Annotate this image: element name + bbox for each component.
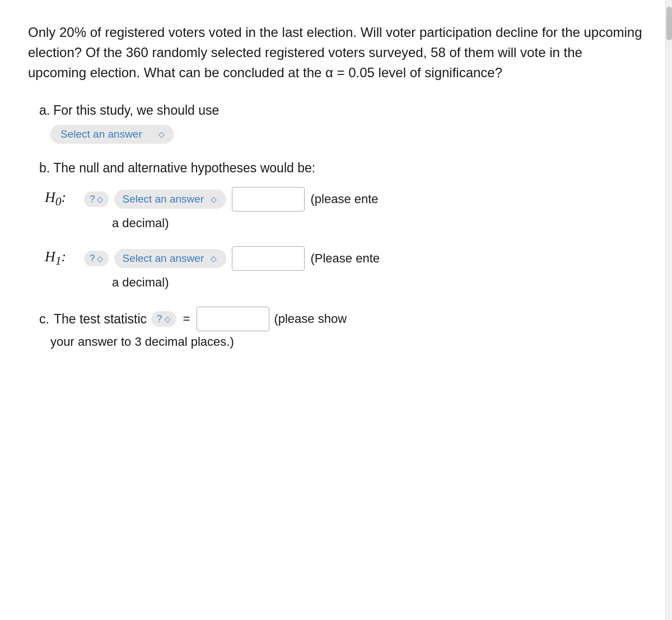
part-c-question-chevron-icon: ◇ — [165, 314, 171, 323]
h0-answer-label: Select an answer — [122, 193, 204, 205]
h0-decimal-note: a decimal) — [45, 216, 644, 231]
part-c-question-label: ? — [157, 313, 162, 325]
h1-decimal-note: a decimal) — [45, 275, 644, 290]
part-a-text: For this study, we should use — [53, 103, 219, 118]
h1-row: H1: ? ◇ Select an answer ◇ (Please ente — [45, 246, 644, 271]
part-c-row: c. The test statistic ? ◇ = (please show — [39, 307, 644, 331]
part-a-label: a. For this study, we should use — [39, 103, 644, 118]
h1-answer-select[interactable]: Select an answer ◇ — [114, 249, 226, 268]
part-b: b. The null and alternative hypotheses w… — [39, 161, 644, 290]
part-a-chevron-icon: ◇ — [158, 130, 165, 139]
h0-parenthetical: (please ente — [310, 192, 378, 206]
h1-block: H1: ? ◇ Select an answer ◇ (Please ente … — [45, 246, 644, 290]
part-a-select-row: Select an answer ◇ — [39, 125, 644, 144]
part-c-decimal-note: your answer to 3 decimal places.) — [39, 335, 644, 349]
h1-parenthetical: (Please ente — [310, 251, 380, 266]
h1-answer-chevron-icon: ◇ — [211, 254, 217, 263]
part-a-dropdown-label: Select an answer — [60, 128, 142, 140]
part-a-dropdown[interactable]: Select an answer ◇ — [50, 125, 174, 144]
part-c-letter: c. — [39, 312, 49, 327]
h1-answer-label: Select an answer — [122, 252, 204, 265]
part-c-text: The test statistic — [54, 312, 147, 327]
part-a-letter: a. — [39, 103, 50, 118]
part-a: a. For this study, we should use Select … — [39, 103, 644, 144]
problem-statement: Only 20% of registered voters voted in t… — [28, 25, 642, 80]
part-b-label: b. The null and alternative hypotheses w… — [39, 161, 644, 176]
part-c-question-select[interactable]: ? ◇ — [151, 311, 176, 327]
h0-label: H0: — [45, 189, 78, 209]
h0-value-input[interactable] — [232, 187, 305, 212]
part-b-text: The null and alternative hypotheses woul… — [53, 161, 315, 175]
h0-row: H0: ? ◇ Select an answer ◇ (please ente — [45, 187, 644, 212]
parts-container: a. For this study, we should use Select … — [28, 103, 644, 349]
part-b-letter: b. — [39, 161, 50, 175]
part-c-value-input[interactable] — [197, 307, 269, 331]
scrollbar-thumb[interactable] — [666, 7, 672, 40]
h1-value-input[interactable] — [232, 246, 305, 271]
h0-answer-chevron-icon: ◇ — [211, 195, 217, 204]
part-c-equals: = — [183, 312, 190, 326]
h0-block: H0: ? ◇ Select an answer ◇ (please ente … — [45, 187, 644, 231]
h1-question-label: ? — [90, 253, 95, 264]
h1-label: H1: — [45, 248, 78, 268]
problem-text: Only 20% of registered voters voted in t… — [28, 22, 644, 83]
scrollbar-track[interactable] — [665, 0, 672, 620]
part-c: c. The test statistic ? ◇ = (please show… — [39, 307, 644, 349]
h1-question-select[interactable]: ? ◇ — [84, 251, 109, 266]
h0-question-chevron-icon: ◇ — [97, 195, 103, 204]
h0-question-label: ? — [90, 194, 95, 205]
part-b-content: H0: ? ◇ Select an answer ◇ (please ente … — [39, 187, 644, 290]
h0-answer-select[interactable]: Select an answer ◇ — [114, 190, 226, 209]
h0-question-select[interactable]: ? ◇ — [84, 191, 109, 207]
part-c-parenthetical: (please show — [274, 312, 347, 326]
h1-question-chevron-icon: ◇ — [97, 254, 103, 263]
